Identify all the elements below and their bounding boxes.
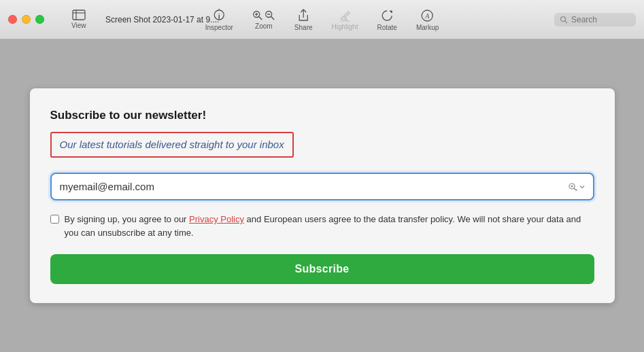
privacy-policy-link[interactable]: Privacy Policy	[189, 214, 244, 224]
search-icon	[560, 16, 568, 24]
svg-point-20	[571, 185, 573, 187]
window-title: Screen Shot 2023-01-17 at 9....	[105, 15, 219, 24]
maximize-button[interactable]	[35, 15, 44, 24]
share-toolbar-item[interactable]: Share	[294, 9, 313, 31]
view-label: View	[71, 22, 86, 29]
highlight-icon	[339, 10, 351, 22]
window-title-area: Screen Shot 2023-01-17 at 9....	[105, 15, 219, 24]
search-area[interactable]	[554, 13, 636, 27]
share-label: Share	[294, 24, 313, 31]
checkbox-row: By signing up, you agree to our Privacy …	[50, 213, 594, 239]
markup-icon: A	[420, 9, 435, 22]
svg-line-12	[271, 16, 274, 20]
view-icon	[72, 10, 86, 20]
email-input[interactable]	[60, 181, 567, 192]
view-toolbar-item[interactable]: View	[71, 10, 86, 29]
email-input-wrapper[interactable]	[50, 173, 594, 200]
highlight-toolbar-item[interactable]: Highlight	[332, 10, 358, 31]
checkbox-text-before: By signing up, you agree to our	[65, 214, 190, 224]
checkbox-label: By signing up, you agree to our Privacy …	[65, 213, 594, 239]
subtitle-text: Our latest tutorials delivered straight …	[60, 139, 284, 150]
subtitle-box: Our latest tutorials delivered straight …	[50, 132, 294, 158]
toolbar: Inspector Zoom	[205, 0, 439, 39]
svg-point-17	[561, 16, 566, 21]
traffic-lights	[8, 15, 44, 24]
zoom-label: Zoom	[255, 22, 273, 30]
card-title: Subscribe to our newsletter!	[50, 109, 594, 122]
svg-rect-0	[73, 10, 85, 20]
titlebar: View Inspector	[0, 0, 644, 39]
rotate-label: Rotate	[377, 24, 396, 31]
zoom-icon	[252, 10, 275, 21]
inspector-label: Inspector	[205, 24, 233, 31]
markup-toolbar-item[interactable]: A Markup	[416, 9, 439, 31]
rotate-icon	[380, 9, 394, 22]
svg-text:A: A	[425, 12, 430, 20]
content-area: Subscribe to our newsletter! Our latest …	[0, 39, 644, 352]
newsletter-card: Subscribe to our newsletter! Our latest …	[30, 88, 615, 303]
share-icon	[297, 9, 309, 22]
password-autofill-icon[interactable]	[567, 181, 585, 192]
svg-line-8	[258, 16, 262, 20]
subscribe-button[interactable]: Subscribe	[50, 254, 594, 284]
close-button[interactable]	[8, 15, 17, 24]
zoom-toolbar-item[interactable]: Zoom	[252, 10, 275, 30]
agree-checkbox[interactable]	[50, 215, 59, 224]
markup-label: Markup	[416, 24, 439, 31]
chevron-down-icon	[579, 184, 585, 190]
rotate-toolbar-item[interactable]: Rotate	[377, 9, 396, 31]
minimize-button[interactable]	[22, 15, 31, 24]
svg-line-18	[565, 20, 568, 23]
search-input[interactable]	[571, 15, 629, 24]
highlight-label: Highlight	[332, 23, 358, 31]
